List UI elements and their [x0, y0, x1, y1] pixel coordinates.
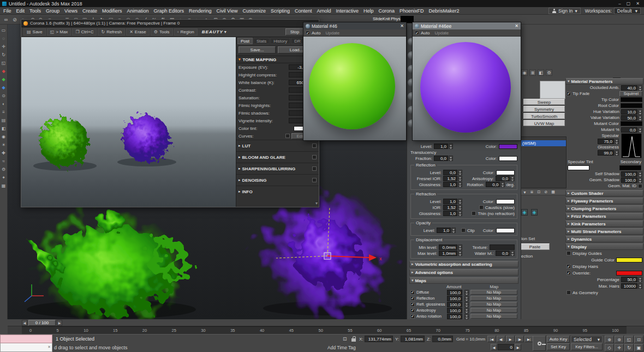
- specular-tint-swatch[interactable]: [568, 165, 589, 170]
- left-light-icon[interactable]: ☀: [1, 142, 7, 148]
- close-icon[interactable]: [515, 23, 518, 28]
- refl-level-field[interactable]: 0,0: [443, 170, 457, 175]
- make-unique-icon[interactable]: ⊡: [536, 189, 542, 195]
- rollout-header[interactable]: Frizz Parameters: [565, 213, 643, 219]
- minimize-icon[interactable]: –: [618, 1, 621, 6]
- show-end-result-icon[interactable]: ≣: [529, 189, 535, 195]
- left-rotate-icon[interactable]: ↻: [1, 52, 7, 58]
- modifier-button[interactable]: UVW Map: [523, 120, 565, 126]
- play-icon[interactable]: ▶: [506, 336, 515, 342]
- vfb-tab[interactable]: Stats: [253, 38, 270, 44]
- rollout-header[interactable]: Dynamics: [565, 236, 643, 242]
- left-systems-icon[interactable]: ⚙: [1, 166, 7, 172]
- menu-item[interactable]: Civil View: [217, 8, 238, 14]
- script-line[interactable]: [0, 343, 52, 352]
- left-layers-icon[interactable]: ▤: [1, 117, 7, 123]
- previous-key-icon[interactable]: ◀|: [497, 336, 505, 342]
- list-icon[interactable]: ≣: [529, 69, 536, 76]
- auto-update-checkbox[interactable]: [415, 31, 419, 35]
- rollout-header[interactable]: Clumping Parameters: [565, 205, 643, 212]
- percentage-field[interactable]: 50,0: [621, 277, 637, 282]
- rollout-header[interactable]: Kink Parameters: [565, 220, 643, 227]
- section-enable-checkbox[interactable]: [312, 178, 317, 182]
- unlink-selection-icon[interactable]: ⊘: [11, 16, 19, 23]
- section-enable-checkbox[interactable]: [312, 166, 317, 171]
- opacity-level-field[interactable]: 1,0: [437, 228, 451, 233]
- selection-lock-icon[interactable]: [351, 338, 356, 342]
- left-snap-icon[interactable]: ⊙: [1, 93, 7, 99]
- map-amount-field[interactable]: 100,0: [447, 296, 463, 301]
- value-variation-field[interactable]: 50,0: [621, 115, 637, 121]
- modifier-button[interactable]: Symmetry: [523, 106, 565, 112]
- refl-color-swatch[interactable]: [496, 170, 515, 175]
- mutant-pct-field[interactable]: 0,0: [621, 127, 637, 133]
- vfb-tab[interactable]: Post: [237, 38, 253, 44]
- max-hairs-field[interactable]: 10000: [621, 283, 637, 289]
- anisotropy-field[interactable]: 0,0: [496, 176, 510, 181]
- mutant-color-swatch[interactable]: [621, 121, 642, 126]
- map-amount-field[interactable]: 100,0: [447, 314, 463, 319]
- left-scale-icon[interactable]: ◱: [1, 60, 7, 66]
- go-to-end-icon[interactable]: ▶|: [524, 336, 533, 342]
- secondary-swatch[interactable]: [619, 165, 641, 170]
- modifier-stack-list[interactable]: (WSM): [520, 136, 567, 188]
- left-helpers-icon[interactable]: ✚: [1, 150, 7, 156]
- auto-key-button[interactable]: Auto Key: [547, 336, 570, 343]
- object-color-box[interactable]: [540, 81, 565, 99]
- rollout-volumetric[interactable]: Volumetric absorption and scattering: [409, 261, 518, 267]
- diffuse-color-swatch[interactable]: [499, 144, 517, 149]
- auto-update-checkbox[interactable]: [306, 31, 310, 35]
- menu-item[interactable]: Create: [82, 8, 97, 14]
- save-settings-button[interactable]: Save...: [238, 46, 276, 53]
- update-button[interactable]: Update: [434, 31, 449, 35]
- water-level-field[interactable]: 0,0: [496, 250, 510, 256]
- map-amount-field[interactable]: 100,0: [447, 302, 463, 307]
- left-spacewarp-icon[interactable]: ≈: [1, 158, 7, 164]
- time-slider[interactable]: 0 / 100: [28, 320, 56, 326]
- specular-field[interactable]: 75,0: [598, 139, 614, 144]
- refr-level-field[interactable]: 1,0: [443, 199, 457, 204]
- maxscript-mini-listener[interactable]: [0, 335, 52, 352]
- preset-button[interactable]: Squirrel: [619, 91, 642, 97]
- geom-shadow-field[interactable]: 100,0: [621, 177, 637, 183]
- map-amount-field[interactable]: 100,0: [447, 308, 463, 313]
- root-color-swatch[interactable]: [621, 103, 642, 108]
- refr-glossiness-field[interactable]: 1,0: [443, 211, 457, 216]
- vfb-tab[interactable]: History: [270, 38, 290, 44]
- rollout-display[interactable]: Display: [565, 243, 643, 250]
- set-keys-button[interactable]: [533, 336, 546, 351]
- vfb-section-header[interactable]: BLOOM AND GLARE: [236, 151, 319, 163]
- vfb-tab[interactable]: DR: [291, 38, 304, 44]
- tip-fade-checkbox[interactable]: [567, 92, 571, 96]
- modifier-button[interactable]: Sweep: [523, 99, 565, 105]
- rollout-maps[interactable]: Maps: [409, 277, 518, 284]
- menu-item[interactable]: Customize: [242, 8, 266, 14]
- override-color-swatch[interactable]: [616, 271, 642, 276]
- map-slot-button[interactable]: No Map: [470, 296, 517, 301]
- geom-mat-id-checkbox[interactable]: [638, 184, 642, 188]
- menu-item[interactable]: Content: [295, 8, 312, 14]
- menu-item[interactable]: Scripting: [271, 8, 290, 14]
- clip-checkbox[interactable]: [461, 228, 466, 232]
- spinner[interactable]: [638, 85, 642, 91]
- menu-item[interactable]: Interactive: [336, 8, 359, 14]
- zoom-region-icon[interactable]: ⊡: [634, 336, 643, 343]
- menu-item[interactable]: Arnold: [317, 8, 331, 14]
- display-hairs-checkbox[interactable]: [567, 264, 571, 269]
- material-window-titlebar[interactable]: Material #46: [303, 22, 406, 29]
- add-time-tag[interactable]: Add Time Tag: [327, 345, 356, 350]
- map-slot-button[interactable]: No Map: [470, 290, 517, 295]
- rotation-field[interactable]: 0,0: [486, 182, 500, 187]
- map-slot-button[interactable]: No Map: [470, 314, 517, 319]
- modifier-stack-selected[interactable]: (WSM): [521, 140, 566, 146]
- guide-color-swatch[interactable]: [616, 258, 642, 262]
- left-extra-icon[interactable]: ▦: [1, 183, 7, 189]
- left-utilities-icon[interactable]: ✦: [1, 175, 7, 181]
- fresnel-ior-field[interactable]: 1,52: [443, 176, 457, 181]
- orbit-icon[interactable]: ↻: [624, 344, 634, 351]
- rollout-header[interactable]: Multi Strand Parameters: [565, 228, 643, 235]
- max-level-field[interactable]: 1,0mm: [439, 250, 457, 256]
- map-enable-checkbox[interactable]: [410, 296, 415, 301]
- min-level-field[interactable]: 0,0mm: [439, 244, 457, 250]
- channel-selector[interactable]: BEAUTY: [202, 29, 223, 34]
